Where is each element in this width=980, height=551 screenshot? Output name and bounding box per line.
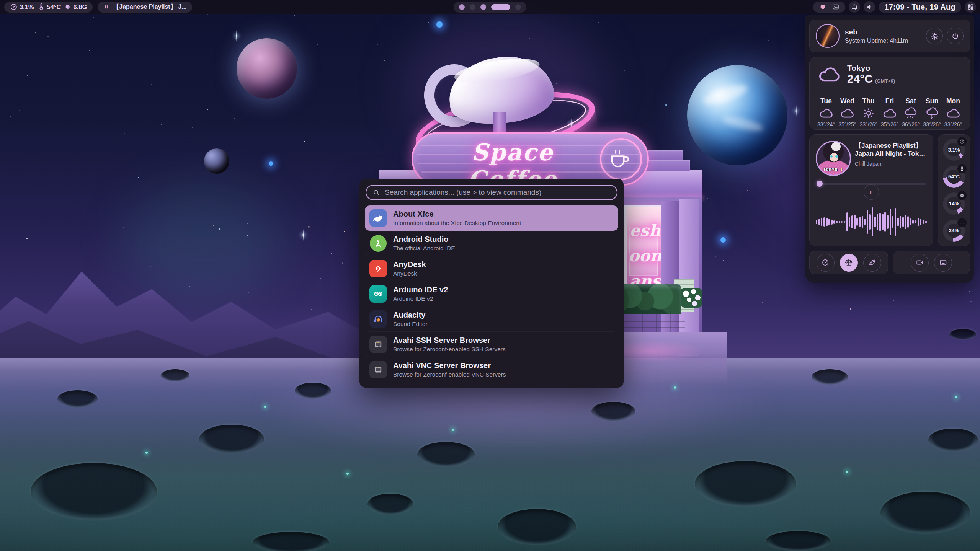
topbar-right: 17:09 - Tue, 19 Aug: [813, 1, 976, 13]
system-tray-pill[interactable]: [813, 2, 845, 13]
star: [302, 59, 302, 60]
speedometer-icon: [10, 3, 18, 11]
tray-cat-icon[interactable]: [819, 3, 826, 11]
crater: [199, 425, 264, 453]
crater: [31, 463, 157, 520]
star: [124, 133, 125, 134]
star: [206, 148, 206, 148]
app-list-item[interactable]: Arduino IDE v2 Arduino IDE v2: [365, 281, 618, 306]
audacity-headphones-icon: [369, 310, 387, 328]
star: [970, 301, 972, 302]
grid-icon: [967, 3, 974, 10]
workspace-dot[interactable]: [459, 4, 465, 10]
workspace-dot[interactable]: [470, 4, 475, 10]
visualizer-bar: [839, 221, 840, 223]
notifications-button[interactable]: [849, 1, 860, 13]
star: [234, 118, 235, 119]
clock-pill[interactable]: 17:09 - Tue, 19 Aug: [879, 2, 961, 13]
star: [344, 231, 345, 232]
star: [768, 40, 769, 41]
app-list-item[interactable]: AnyDesk AnyDesk: [365, 256, 618, 281]
pause-button[interactable]: [864, 184, 879, 200]
app-list-item[interactable]: Audacity Sound Editor: [365, 306, 618, 332]
star: [219, 228, 220, 230]
star: [428, 22, 429, 23]
screenshot-icon: [939, 258, 947, 267]
system-uptime: System Uptime: 4h11m: [845, 37, 908, 44]
app-list-item[interactable]: Android Studio The official Android IDE: [365, 231, 618, 256]
workspace-dot[interactable]: [491, 4, 510, 10]
star-blue: [720, 237, 726, 243]
android-studio-icon: [369, 235, 387, 252]
visualizer-bar: [897, 218, 899, 226]
avatar[interactable]: [816, 24, 840, 48]
star: [518, 37, 518, 38]
power-button[interactable]: [947, 28, 964, 44]
forecast-day: Wed 35°/25°: [837, 97, 858, 127]
crater: [695, 461, 796, 507]
star: [294, 15, 295, 16]
star: [893, 300, 894, 301]
star: [181, 248, 181, 248]
album-art[interactable]: TOKYO L: [816, 141, 851, 176]
thermometer-icon: [38, 3, 45, 11]
system-gauge: 3.1%: [943, 139, 965, 161]
top-panel: 3.1% 54°C 6.8G 【Japanese Playlist】 J... …: [0, 0, 980, 14]
balanced-profile-button[interactable]: [840, 254, 858, 272]
visualizer-bar: [887, 215, 889, 229]
pause-icon: [868, 189, 874, 195]
search-icon: [372, 189, 380, 196]
app-name: Avahi VNC Server Browser: [393, 361, 506, 370]
star: [377, 44, 378, 45]
volume-button[interactable]: [864, 1, 875, 13]
visualizer-bar: [907, 216, 909, 228]
app-name: Android Studio: [393, 235, 455, 244]
app-list-item[interactable]: About Xfce Information about the Xfce De…: [365, 205, 618, 231]
now-playing-label: 【Japanese Playlist】 J...: [113, 3, 186, 11]
search-input[interactable]: [384, 188, 611, 197]
performance-profile-button[interactable]: [817, 254, 835, 272]
star: [375, 142, 376, 142]
dashboard-panel: seb System Uptime: 4h11m Tokyo 24°C (GMT…: [805, 15, 974, 283]
workspace-indicator[interactable]: [454, 2, 526, 13]
star: [151, 84, 152, 85]
star: [213, 225, 214, 226]
star: [120, 99, 121, 99]
disk-icon: [957, 218, 967, 227]
visualizer-bar: [877, 214, 878, 230]
visualizer-bar: [872, 207, 873, 236]
star: [234, 59, 234, 59]
workspace-dot[interactable]: [515, 4, 521, 10]
now-playing-pill[interactable]: 【Japanese Playlist】 J...: [98, 2, 192, 13]
settings-button[interactable]: [926, 28, 943, 44]
crater: [812, 369, 848, 385]
divider: [817, 93, 963, 93]
search-bar[interactable]: [366, 185, 617, 200]
workspace-dot[interactable]: [480, 4, 486, 10]
speaker-icon: [866, 3, 873, 11]
screenshot-button[interactable]: [934, 254, 952, 272]
crater: [161, 369, 189, 381]
planet-earth: [687, 65, 787, 165]
app-list-item[interactable]: Avahi SSH Server Browser Browse for Zero…: [365, 332, 618, 357]
app-list-item[interactable]: Avahi VNC Server Browser Browse for Zero…: [365, 357, 618, 382]
powersave-profile-button[interactable]: [863, 254, 881, 272]
seek-knob[interactable]: [817, 181, 823, 187]
forecast-temps: 35°/26°: [881, 121, 898, 127]
star: [140, 118, 140, 119]
visualizer-bar: [892, 216, 893, 228]
tray-image-icon[interactable]: [832, 3, 840, 11]
forecast-day: Sun 33°/26°: [922, 97, 942, 127]
weather-card: Tokyo 24°C (GMT+9) Tue 33°/24° Wed 35°/2…: [809, 57, 970, 130]
star: [624, 70, 625, 71]
app-list: About Xfce Information about the Xfce De…: [359, 205, 624, 385]
crater: [880, 492, 970, 534]
visualizer-bar: [923, 220, 924, 224]
star: [207, 14, 208, 15]
system-stats-pill[interactable]: 3.1% 54°C 6.8G: [4, 2, 93, 13]
visualizer-bar: [915, 220, 916, 223]
overview-button[interactable]: [965, 1, 976, 13]
chip-icon: [64, 3, 71, 10]
sign-pedestal: [493, 112, 506, 135]
screen-record-button[interactable]: [911, 254, 929, 272]
